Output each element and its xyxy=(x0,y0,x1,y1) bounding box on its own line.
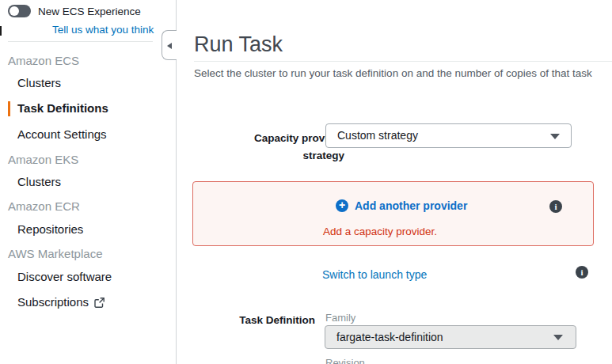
page-title: Run Task xyxy=(194,32,283,57)
launch-type-info-icon[interactable]: i xyxy=(576,266,588,279)
collapse-arrow-icon xyxy=(167,43,172,49)
title-divider xyxy=(194,61,612,62)
capacity-provider-error-panel: + Add another provider i Add a capacity … xyxy=(192,181,594,246)
sidebar-collapse-button[interactable] xyxy=(162,30,177,60)
section-header-amazon-ecs: Amazon ECS xyxy=(8,54,79,68)
sidebar-divider xyxy=(8,41,153,42)
revision-label: Revision xyxy=(325,357,365,364)
chevron-down-icon xyxy=(553,335,563,340)
sidebar-item-subscriptions[interactable]: Subscriptions xyxy=(17,295,105,309)
external-link-icon xyxy=(93,297,105,309)
new-ecs-experience-toggle[interactable] xyxy=(8,5,31,17)
section-header-amazon-eks: Amazon EKS xyxy=(8,153,78,167)
subscriptions-label: Subscriptions xyxy=(17,295,89,309)
section-header-amazon-ecr: Amazon ECR xyxy=(8,199,80,214)
sidebar-item-clusters-eks[interactable]: Clusters xyxy=(17,175,61,189)
feedback-link[interactable]: Tell us what you think xyxy=(52,24,154,36)
capacity-provider-strategy-select[interactable]: Custom strategy xyxy=(325,123,572,148)
new-experience-label: New ECS Experience xyxy=(38,6,141,17)
page-subtitle: Select the cluster to run your task defi… xyxy=(194,67,612,79)
switch-to-launch-type-link[interactable]: Switch to launch type xyxy=(322,268,427,281)
plus-circle-icon: + xyxy=(336,199,348,212)
family-label: Family xyxy=(325,312,355,324)
add-another-provider-label: Add another provider xyxy=(355,199,467,212)
add-another-provider-link[interactable]: + Add another provider xyxy=(336,199,467,212)
family-value: fargate-task-definition xyxy=(336,331,443,343)
main-content: Run Task Select the cluster to run your … xyxy=(177,0,612,364)
section-header-aws-marketplace: AWS Marketplace xyxy=(8,247,102,261)
screen-edge-artifact xyxy=(0,26,2,36)
capacity-provider-info-icon[interactable]: i xyxy=(549,200,562,213)
task-definition-label: Task Definition xyxy=(194,314,315,326)
active-item-indicator xyxy=(8,101,10,116)
sidebar-item-repositories[interactable]: Repositories xyxy=(17,222,83,237)
chevron-down-icon xyxy=(550,134,560,139)
capacity-provider-strategy-value: Custom strategy xyxy=(337,129,418,142)
sidebar: New ECS Experience Tell us what you thin… xyxy=(0,0,177,364)
toggle-knob-icon xyxy=(10,6,19,16)
validation-message: Add a capacity provider. xyxy=(323,226,437,237)
family-select[interactable]: fargate-task-definition xyxy=(325,325,576,349)
sidebar-item-clusters-ecs[interactable]: Clusters xyxy=(17,76,61,90)
sidebar-item-task-definitions[interactable]: Task Definitions xyxy=(17,101,108,116)
new-experience-toggle-row: New ECS Experience xyxy=(8,5,141,17)
ecs-console-screen: New ECS Experience Tell us what you thin… xyxy=(0,0,612,364)
sidebar-item-discover-software[interactable]: Discover software xyxy=(17,270,112,284)
sidebar-item-account-settings[interactable]: Account Settings xyxy=(17,127,107,142)
